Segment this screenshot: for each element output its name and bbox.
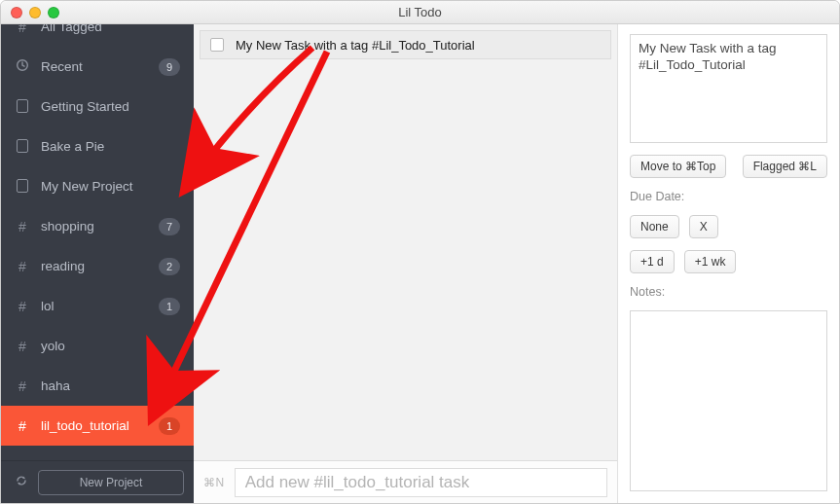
- sidebar-item-my-new-project[interactable]: My New Project: [1, 166, 194, 206]
- due-clear-label: X: [700, 220, 708, 234]
- notes-label: Notes:: [630, 285, 827, 299]
- window-title: Lil Todo: [1, 5, 839, 19]
- flagged-label: Flagged ⌘L: [753, 160, 817, 173]
- sidebar-item-label: haha: [41, 378, 159, 393]
- move-to-top-label: Move to ⌘Top: [640, 160, 715, 173]
- task-row[interactable]: My New Task with a tag #Lil_Todo_Tutoria…: [200, 30, 611, 59]
- document-icon: [15, 98, 30, 115]
- plus-1d-label: +1 d: [640, 255, 664, 269]
- detail-task-text[interactable]: My New Task with a tag #Lil_Todo_Tutoria…: [630, 34, 827, 143]
- plus-1wk-label: +1 wk: [695, 255, 726, 269]
- sidebar-item-label: yolo: [41, 339, 180, 353]
- document-icon: [15, 178, 30, 195]
- sidebar-item-lol[interactable]: lol 1: [1, 286, 194, 326]
- hash-icon: [15, 219, 30, 234]
- sidebar-item-label: shopping: [41, 219, 159, 234]
- notes-textarea[interactable]: [630, 310, 827, 491]
- hash-icon: [15, 299, 30, 314]
- sidebar-item-recent[interactable]: Recent 9: [1, 47, 194, 87]
- sidebar-item-shopping[interactable]: shopping 7: [1, 206, 194, 246]
- new-project-label: New Project: [80, 476, 143, 489]
- hash-icon: [15, 418, 30, 434]
- sidebar-badge: 1: [159, 417, 180, 435]
- sidebar-badge: 9: [159, 58, 180, 76]
- due-clear-button[interactable]: X: [689, 215, 718, 238]
- sidebar-item-label: Getting Started: [41, 99, 180, 114]
- add-task-input[interactable]: Add new #lil_todo_tutorial task: [235, 468, 607, 497]
- hash-icon: [15, 259, 30, 274]
- sidebar-item-reading[interactable]: reading 2: [1, 246, 194, 286]
- plus-1wk-button[interactable]: +1 wk: [684, 250, 737, 273]
- sidebar-badge: 2: [159, 258, 180, 275]
- flagged-button[interactable]: Flagged ⌘L: [743, 155, 827, 178]
- sidebar-item-label: Recent: [41, 59, 159, 74]
- sidebar-item-label: lil_todo_tutorial: [41, 418, 159, 433]
- add-task-placeholder: Add new #lil_todo_tutorial task: [245, 473, 470, 492]
- sidebar-item-label: lol: [41, 299, 159, 313]
- sidebar-footer: New Project: [1, 460, 194, 503]
- sidebar-item-haha[interactable]: haha 1: [1, 366, 194, 406]
- hash-icon: [15, 378, 30, 394]
- document-icon: [15, 138, 30, 155]
- sidebar-badge: 1: [159, 298, 180, 315]
- due-none-label: None: [640, 220, 669, 234]
- new-project-button[interactable]: New Project: [38, 470, 184, 495]
- sidebar-badge: 7: [159, 218, 180, 235]
- sidebar-item-getting-started[interactable]: Getting Started: [1, 87, 194, 126]
- task-checkbox[interactable]: [210, 38, 224, 52]
- sidebar-item-lil-todo-tutorial[interactable]: lil_todo_tutorial 1: [1, 406, 194, 446]
- sidebar-item-yolo[interactable]: yolo: [1, 326, 194, 366]
- sidebar-badge: 1: [159, 378, 180, 395]
- detail-pane: My New Task with a tag #Lil_Todo_Tutoria…: [617, 24, 839, 503]
- clock-icon: [15, 58, 30, 75]
- sidebar-item-label: reading: [41, 259, 159, 273]
- add-task-shortcut: ⌘N: [203, 476, 225, 489]
- sidebar-item-all-tagged[interactable]: All Tagged: [1, 24, 194, 47]
- sidebar-list: All Tagged Recent 9 Getting Started Bake…: [1, 24, 194, 460]
- task-title: My New Task with a tag #Lil_Todo_Tutoria…: [236, 38, 475, 53]
- main-pane: My New Task with a tag #Lil_Todo_Tutoria…: [194, 24, 617, 503]
- add-task-row: ⌘N Add new #lil_todo_tutorial task: [194, 460, 617, 503]
- titlebar: Lil Todo: [1, 1, 839, 24]
- minimize-window-icon[interactable]: [29, 7, 41, 18]
- hash-icon: [15, 339, 30, 354]
- sidebar-item-label: All Tagged: [41, 24, 180, 34]
- close-window-icon[interactable]: [11, 7, 22, 18]
- task-list: My New Task with a tag #Lil_Todo_Tutoria…: [194, 24, 617, 460]
- due-none-button[interactable]: None: [630, 215, 679, 238]
- due-date-label: Due Date:: [630, 190, 827, 203]
- sidebar: All Tagged Recent 9 Getting Started Bake…: [1, 24, 194, 503]
- sidebar-item-label: My New Project: [41, 179, 180, 194]
- plus-1d-button[interactable]: +1 d: [630, 250, 675, 273]
- sidebar-item-bake-a-pie[interactable]: Bake a Pie: [1, 126, 194, 166]
- sidebar-item-label: Bake a Pie: [41, 139, 180, 154]
- move-to-top-button[interactable]: Move to ⌘Top: [630, 155, 726, 178]
- sync-icon[interactable]: [15, 474, 28, 490]
- zoom-window-icon[interactable]: [48, 7, 59, 18]
- hash-icon: [15, 24, 30, 35]
